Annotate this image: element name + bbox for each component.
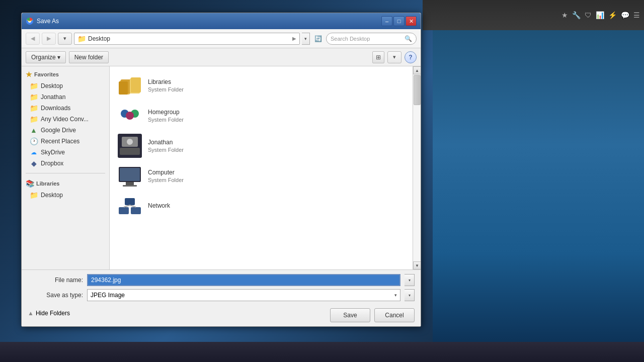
view-button[interactable]: ⊞ [372,51,384,63]
sidebar-item-dropbox[interactable]: ◆ Dropbox [22,158,109,169]
browser-chat-icon[interactable]: 💬 [621,11,629,19]
filetype-dropdown-button[interactable]: ▾ [405,289,415,301]
search-box[interactable]: Search Desktop 🔍 [326,33,417,45]
sidebar-anyvideo-label: Any Video Conv... [41,116,89,123]
filetype-label: Save as type: [28,292,83,299]
svg-rect-20 [125,198,135,205]
svg-line-21 [124,205,130,207]
anyvideo-icon: 📁 [30,115,38,123]
svg-rect-6 [119,81,128,95]
address-dropdown-button[interactable]: ▾ [302,33,310,45]
organize-button[interactable]: Organize ▾ [26,51,66,63]
dialog-titlebar: Save As – □ ✕ [22,13,421,29]
sidebar-item-recentplaces[interactable]: 🕐 Recent Places [22,136,109,147]
filename-value: 294362.jpg [91,277,121,284]
view-dropdown-button[interactable]: ▾ [387,51,401,63]
dialog-nav-toolbar: ◀ ▶ ▾ 📁 Desktop ▶ ▾ 🔄 Search Desktop 🔍 [22,29,421,48]
file-item-network[interactable]: Network [114,191,409,221]
address-bar[interactable]: 📁 Desktop ▶ [74,33,300,45]
filename-dropdown-arrow: ▾ [409,278,411,283]
file-item-jonathan[interactable]: Jonathan System Folder [114,131,409,161]
file-item-homegroup-info: Homegroup System Folder [148,109,184,123]
sidebar-item-jonathan[interactable]: 📁 Jonathan [22,92,109,103]
file-item-computer-info: Computer System Folder [148,169,184,183]
refresh-button[interactable]: 🔄 [312,33,324,45]
file-item-network-info: Network [148,202,170,210]
sidebar-item-downloads[interactable]: 📁 Downloads [22,103,109,114]
sidebar-separator [26,173,105,173]
favorites-header: ★ Favorites [22,68,109,80]
scroll-thumb[interactable] [414,75,421,105]
libraries-label: Libraries [36,180,59,187]
dialog-actionbar: Organize ▾ New folder ⊞ ▾ ? [22,48,421,66]
file-item-homegroup-type: System Folder [148,117,184,123]
file-item-homegroup-name: Homegroup [148,109,184,116]
skydrive-icon: ☁ [30,148,38,156]
sidebar-item-skydrive[interactable]: ☁ SkyDrive [22,147,109,158]
favorites-section: ★ Favorites 📁 Desktop 📁 Jonathan [22,66,109,171]
file-item-computer-name: Computer [148,169,184,176]
dialog-title-buttons: – □ ✕ [381,16,417,26]
filename-label: File name: [28,277,83,284]
scroll-up-button[interactable]: ▲ [413,66,421,74]
network-large-icon [118,194,142,218]
file-item-computer[interactable]: Computer System Folder [114,161,409,191]
browser-menu-icon[interactable]: ☰ [633,11,640,19]
browser-star-icon[interactable]: ★ [561,11,568,19]
file-item-libraries[interactable]: Libraries System Folder [114,70,409,101]
save-as-dialog: Save As – □ ✕ ◀ ▶ ▾ 📁 Desktop ▶ ▾ 🔄 Sear… [21,13,421,327]
dropbox-icon: ◆ [30,159,38,167]
browser-shield-icon[interactable]: 🛡 [585,11,592,19]
file-item-jonathan-type: System Folder [148,147,184,153]
sidebar-item-libraries-desktop[interactable]: 📁 Desktop [22,190,109,201]
sidebar-item-anyvideo[interactable]: 📁 Any Video Conv... [22,114,109,125]
sidebar-item-desktop[interactable]: 📁 Desktop [22,80,109,92]
jonathan-large-icon [118,134,142,158]
chrome-logo-icon [26,17,34,25]
file-list-scrollbar[interactable]: ▲ ▼ [413,66,421,269]
organize-label: Organize [31,54,56,61]
filetype-select[interactable]: JPEG Image ▾ [87,289,400,301]
save-button[interactable]: Save [330,308,370,322]
dialog-maximize-button[interactable]: □ [393,16,405,26]
help-button[interactable]: ? [405,51,417,63]
sidebar-skydrive-label: SkyDrive [41,149,65,156]
browser-toolbar: ★ 🔧 🛡 📊 ⚡ 💬 ☰ [561,11,640,19]
dialog-close-button[interactable]: ✕ [406,16,417,26]
browser-chrome: ★ 🔧 🛡 📊 ⚡ 💬 ☰ [423,0,644,30]
sidebar-dropbox-label: Dropbox [41,160,63,167]
organize-arrow: ▾ [57,54,60,61]
computer-large-icon [118,164,142,188]
new-folder-button[interactable]: New folder [69,51,109,63]
file-item-computer-type: System Folder [148,177,184,183]
scroll-down-button[interactable]: ▼ [413,261,421,269]
svg-point-13 [127,139,133,145]
file-item-jonathan-info: Jonathan System Folder [148,139,184,153]
search-text: Search Desktop [331,36,403,42]
file-item-libraries-info: Libraries System Folder [148,78,184,93]
background-character [433,0,644,362]
recent-button[interactable]: ▾ [58,33,72,45]
browser-tool-icon[interactable]: 🔧 [572,11,581,19]
dialog-main-content: ★ Favorites 📁 Desktop 📁 Jonathan [22,66,421,269]
browser-lightning-icon[interactable]: ⚡ [608,11,617,19]
browser-chart-icon[interactable]: 📊 [596,11,604,19]
filetype-dropdown-arrow-btn: ▾ [409,293,411,298]
file-list[interactable]: Libraries System Folder Homegroup [110,66,413,269]
svg-rect-11 [120,148,140,155]
file-item-jonathan-name: Jonathan [148,139,184,146]
libraries-section: 📚 Libraries 📁 Desktop [22,175,109,203]
filename-input[interactable]: 294362.jpg [87,274,400,286]
cancel-button[interactable]: Cancel [374,308,415,322]
filetype-value: JPEG Image [91,292,125,299]
back-button[interactable]: ◀ [26,33,40,45]
filename-dropdown-button[interactable]: ▾ [405,274,415,286]
libraries-header: 📚 Libraries [22,177,109,190]
sidebar-item-googledrive[interactable]: ▲ Google Drive [22,125,109,136]
file-item-homegroup[interactable]: Homegroup System Folder [114,101,409,131]
forward-button[interactable]: ▶ [42,33,56,45]
hide-folders-row[interactable]: ▲ Hide Folders [28,308,70,319]
cancel-label: Cancel [385,312,404,319]
sidebar-desktop-label: Desktop [41,82,63,89]
dialog-minimize-button[interactable]: – [381,16,392,26]
